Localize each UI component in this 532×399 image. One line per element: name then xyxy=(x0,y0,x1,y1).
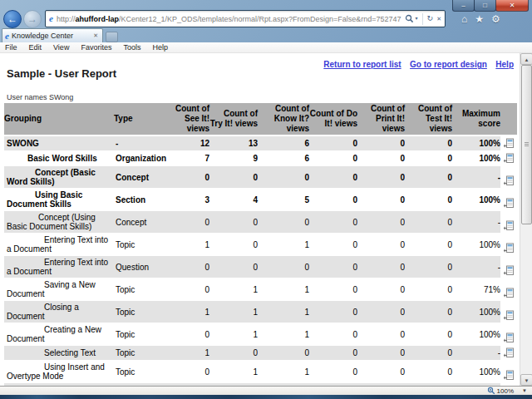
header-maximum-score: Maximum score xyxy=(452,103,500,135)
cell-know-it-views: 1 xyxy=(258,234,309,255)
report-page: Return to report list Go to report desig… xyxy=(0,53,520,386)
report-details-icon[interactable] xyxy=(503,138,514,149)
back-button[interactable]: ← xyxy=(3,10,22,28)
scroll-up-icon: ▲ xyxy=(525,57,530,62)
menu-edit[interactable]: Edit xyxy=(29,43,42,52)
cell-print-it-views: 0 xyxy=(357,151,405,165)
zoom-level-label: 100% xyxy=(497,387,514,395)
menu-view[interactable]: View xyxy=(53,43,69,52)
forward-button[interactable]: → xyxy=(23,10,42,28)
report-details-icon[interactable] xyxy=(503,175,514,186)
report-details-icon[interactable] xyxy=(503,347,514,358)
cell-do-it-views: 0 xyxy=(309,136,357,150)
tab-close-icon[interactable]: ✕ xyxy=(91,32,100,39)
report-details-icon[interactable] xyxy=(503,370,514,381)
cell-test-it-views: 0 xyxy=(405,301,452,323)
search-icon[interactable] xyxy=(405,14,414,23)
status-bar: 100% ▼ xyxy=(0,386,532,395)
report-details-icon[interactable] xyxy=(503,198,514,209)
cell-do-it-views: 0 xyxy=(309,166,357,188)
cell-maximum-score: 100% xyxy=(452,301,500,323)
address-dropdown-icon[interactable]: ▾ xyxy=(414,15,420,22)
header-do-it-views: Count of Do It! views xyxy=(309,103,357,135)
zoom-magnifier-icon xyxy=(487,387,495,395)
report-details-icon[interactable] xyxy=(503,265,514,276)
scrollbar-thumb[interactable] xyxy=(521,65,532,224)
cell-try-it-views: 0 xyxy=(209,234,258,255)
cell-try-it-views: 0 xyxy=(209,166,258,188)
row-icon-cell xyxy=(500,151,517,165)
address-bar[interactable]: e http://ahufford-lap/KCenter12_1/KP_ODS… xyxy=(45,10,446,27)
cell-try-it-views: 0 xyxy=(209,211,258,233)
scroll-down-button[interactable]: ▼ xyxy=(520,374,532,386)
cell-do-it-views: 0 xyxy=(309,189,357,210)
header-test-it-views: Count of Test It! views xyxy=(405,103,452,135)
report-details-icon[interactable] xyxy=(503,332,514,343)
cell-print-it-views: 0 xyxy=(357,323,405,345)
home-icon[interactable]: ⌂ xyxy=(461,13,467,25)
row-icon-cell xyxy=(500,166,517,188)
tools-gear-icon[interactable]: ⚙ xyxy=(491,13,500,25)
table-body: SWONG - 12 13 6 0 0 0 100% Basic Word Sk… xyxy=(4,136,517,386)
cell-know-it-views: 6 xyxy=(258,151,309,165)
window-bottom-frame xyxy=(0,395,532,399)
divider xyxy=(422,13,423,25)
scrollbar-grip xyxy=(525,142,529,146)
menu-help[interactable]: Help xyxy=(152,43,168,52)
cell-try-it-views: 1 xyxy=(209,278,258,300)
cell-type: Question xyxy=(114,256,164,278)
vertical-scrollbar[interactable]: ▲ ▼ xyxy=(520,53,532,386)
cell-print-it-views: 0 xyxy=(357,256,405,278)
cell-test-it-views: 0 xyxy=(405,211,452,233)
report-details-icon[interactable] xyxy=(503,153,514,164)
stop-icon[interactable]: ✕ xyxy=(435,15,443,22)
menu-tools[interactable]: Tools xyxy=(123,43,140,52)
close-button[interactable]: ✕ xyxy=(495,0,529,12)
scroll-up-button[interactable]: ▲ xyxy=(520,53,532,65)
cell-print-it-views: 0 xyxy=(357,346,405,360)
tab-knowledge-center[interactable]: e Knowledge Center ✕ xyxy=(2,28,103,42)
cell-type: Topic xyxy=(114,278,164,300)
maximize-button[interactable]: □ xyxy=(474,0,496,12)
report-details-icon[interactable] xyxy=(503,243,514,254)
url-text[interactable]: http://ahufford-lap/KCenter12_1/KP_ODS/t… xyxy=(57,15,405,23)
cell-try-it-views: 1 xyxy=(209,323,258,345)
cell-print-it-views: 0 xyxy=(357,166,405,188)
cell-do-it-views: 0 xyxy=(309,323,357,345)
go-to-report-design-link[interactable]: Go to report design xyxy=(410,60,487,69)
cell-see-it-views: 0 xyxy=(164,361,209,382)
table-header-row: Grouping Type Count of See It! views Cou… xyxy=(4,103,517,136)
cell-type: - xyxy=(114,136,164,150)
cell-know-it-views: 0 xyxy=(258,166,309,188)
report-details-icon[interactable] xyxy=(503,288,514,298)
zoom-control[interactable]: 100% ▼ xyxy=(487,387,527,395)
cell-maximum-score: 100% xyxy=(452,151,500,165)
forward-arrow-icon: → xyxy=(27,13,37,25)
cell-see-it-views: 0 xyxy=(164,211,209,233)
favorites-star-icon[interactable]: ★ xyxy=(475,13,484,25)
browser-window: – □ ✕ ← → e http://ahufford-lap/KCenter1… xyxy=(0,0,532,399)
zoom-caret-icon[interactable]: ▼ xyxy=(522,388,527,393)
cell-print-it-views: 0 xyxy=(357,189,405,210)
new-tab-button[interactable] xyxy=(106,32,118,42)
report-links: Return to report list Go to report desig… xyxy=(0,53,520,65)
help-link[interactable]: Help xyxy=(495,60,514,69)
cell-try-it-views: 13 xyxy=(209,136,258,150)
cell-know-it-views: 1 xyxy=(258,278,309,300)
tab-strip: e Knowledge Center ✕ xyxy=(2,28,532,42)
table-row: Using Insert and Overtype Mode Topic 0 1… xyxy=(4,361,517,383)
menu-favorites[interactable]: Favorites xyxy=(81,43,111,52)
minimize-button[interactable]: – xyxy=(452,0,475,12)
report-details-icon[interactable] xyxy=(503,220,514,231)
cell-grouping: Concept (Using Basic Document Skills) xyxy=(4,211,114,233)
cell-try-it-views: 1 xyxy=(209,361,258,382)
minimize-icon: – xyxy=(461,2,465,9)
refresh-icon[interactable]: ↻ xyxy=(426,15,436,22)
table-row: Closing a Document Topic 1 1 1 0 0 0 100… xyxy=(4,301,517,323)
menu-file[interactable]: File xyxy=(5,43,17,52)
cell-see-it-views: 0 xyxy=(164,166,209,188)
report-details-icon[interactable] xyxy=(503,310,514,321)
cell-type: Topic xyxy=(114,323,164,345)
return-to-report-list-link[interactable]: Return to report list xyxy=(323,60,401,69)
header-print-it-views: Count of Print It! views xyxy=(357,103,405,135)
